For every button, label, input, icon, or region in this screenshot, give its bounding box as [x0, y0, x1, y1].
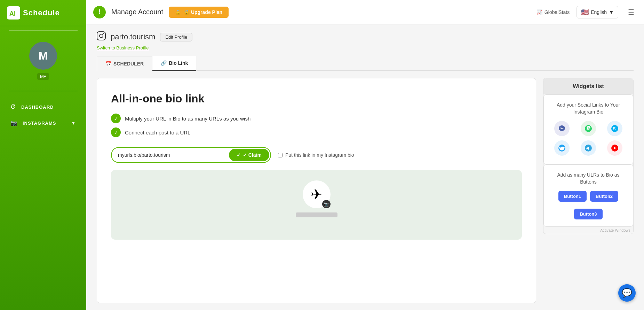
social-icons-grid: S	[551, 121, 626, 156]
logo-icon: Ai	[7, 6, 20, 20]
camera-badge-icon[interactable]: 📷	[322, 200, 331, 208]
sidebar: Ai Schedule M M▾ ⏱ DASHBOARD 📷 INSTAGRAM…	[0, 0, 86, 310]
flag-icon: 🇺🇸	[581, 8, 589, 16]
tab-scheduler[interactable]: 📅 SCHEDULER	[97, 56, 152, 71]
sidebar-item-label: DASHBOARD	[21, 104, 54, 110]
instagram-logo-icon	[97, 31, 106, 42]
logo-text: Schedule	[23, 8, 60, 17]
svg-rect-1	[97, 32, 105, 40]
widget-url-buttons-card: Add as many ULRs to Bio as Buttons Butto…	[543, 164, 633, 227]
profile-handle: parto.tourism	[111, 32, 155, 41]
claim-check-icon: ✓	[237, 152, 241, 158]
chat-bubble-button[interactable]: 💬	[618, 284, 636, 302]
check-icon-1: ✓	[111, 114, 121, 123]
hamburger-menu-button[interactable]: ☰	[625, 7, 637, 18]
switch-to-business-link[interactable]: Switch to Business Profile	[97, 45, 634, 51]
skype-icon[interactable]: S	[607, 121, 622, 136]
topbar-right: 📈 GlobalStats 🇺🇸 English ▼ ☰	[536, 6, 637, 18]
chat-icon: 💬	[622, 288, 632, 298]
sidebar-item-label: INSTAGRAMS	[23, 121, 56, 126]
whatsapp-icon[interactable]	[581, 121, 596, 136]
widget-button-3[interactable]: Button3	[574, 209, 602, 219]
svg-text:Ai: Ai	[9, 10, 16, 17]
bio-feature-2: ✓ Connect each post to a URL	[111, 127, 522, 137]
sidebar-item-dashboard[interactable]: ⏱ DASHBOARD	[0, 99, 86, 115]
lock-icon: 🔒	[175, 9, 181, 15]
telegram-icon[interactable]	[581, 140, 596, 156]
widgets-list-block: Widgets list Add your Social Links to Yo…	[543, 78, 634, 234]
chevron-down-icon: ▼	[609, 9, 614, 15]
sidebar-nav: ⏱ DASHBOARD 📷 INSTAGRAMS ▼	[0, 99, 86, 131]
preview-name-placeholder	[296, 212, 337, 217]
instagram-bio-checkbox[interactable]	[278, 153, 283, 157]
instagram-icon: 📷	[10, 120, 18, 126]
bio-main-title: All-in-one bio link	[111, 92, 522, 105]
widget-button-1[interactable]: Button1	[558, 191, 587, 202]
topbar: ! Manage Account 🔒 🔒 Upgrade Plan 📈 Glob…	[86, 0, 644, 24]
info-icon: !	[98, 8, 101, 16]
widget-social-links-title: Add your Social Links to Your Instagram …	[551, 102, 626, 115]
widgets-sidebar: Widgets list Add your Social Links to Yo…	[543, 78, 634, 303]
activate-windows-bar: Activate Windows	[543, 227, 633, 234]
manage-account-title: Manage Account	[111, 8, 163, 16]
edit-profile-button[interactable]: Edit Profile	[160, 33, 192, 41]
youtube-icon[interactable]	[607, 140, 622, 156]
scheduler-icon: 📅	[105, 61, 111, 67]
main-area: ! Manage Account 🔒 🔒 Upgrade Plan 📈 Glob…	[86, 0, 644, 310]
upgrade-plan-button[interactable]: 🔒 🔒 Upgrade Plan	[169, 7, 229, 18]
sidebar-divider-2	[9, 91, 78, 91]
language-selector[interactable]: 🇺🇸 English ▼	[577, 6, 618, 18]
tab-bio-link[interactable]: 🔗 Bio Link	[152, 56, 196, 71]
dashboard-icon: ⏱	[10, 104, 16, 110]
chart-icon: 📈	[536, 9, 542, 15]
sidebar-divider	[9, 30, 78, 31]
messenger-icon[interactable]	[554, 121, 570, 136]
chevron-down-icon: ▼	[71, 121, 76, 126]
avatar: M	[29, 42, 57, 70]
svg-text:S: S	[613, 126, 616, 131]
widgets-list-header: Widgets list	[543, 78, 633, 94]
content-area: parto.tourism Edit Profile Switch to Bus…	[86, 24, 644, 310]
bio-preview-card: ✈ 📷	[111, 170, 522, 240]
preview-avatar: ✈ 📷	[303, 180, 331, 208]
sidebar-item-instagrams[interactable]: 📷 INSTAGRAMS ▼	[0, 115, 86, 131]
bio-content: All-in-one bio link ✓ Multiply your URL …	[97, 71, 634, 303]
twitter-icon[interactable]	[554, 140, 570, 156]
info-button[interactable]: !	[93, 6, 106, 18]
bio-checkbox-row: Put this link in my Instagram bio	[278, 152, 354, 158]
svg-point-2	[100, 34, 103, 38]
bio-main-panel: All-in-one bio link ✓ Multiply your URL …	[97, 78, 536, 303]
svg-point-3	[103, 33, 104, 34]
bio-feature-1: ✓ Multiply your URL in Bio to as many UR…	[111, 114, 522, 123]
tabs: 📅 SCHEDULER 🔗 Bio Link	[97, 56, 634, 71]
claim-button[interactable]: ✓ ✓ Claim	[229, 149, 269, 161]
bio-url-row: ✓ ✓ Claim Put this link in my Instagram …	[111, 147, 522, 163]
link-icon: 🔗	[161, 60, 167, 66]
lang-label: English	[591, 9, 607, 15]
widget-button-2[interactable]: Button2	[590, 191, 618, 202]
instagram-bio-label: Put this link in my Instagram bio	[285, 152, 354, 158]
widget-social-links-card: Add your Social Links to Your Instagram …	[543, 94, 633, 164]
widget-buttons-row: Button1 Button2	[551, 191, 626, 202]
preview-avatar-image: ✈	[311, 186, 323, 202]
check-icon-2: ✓	[111, 127, 121, 137]
widget-url-buttons-title: Add as many ULRs to Bio as Buttons	[551, 172, 626, 185]
globalstats-link[interactable]: 📈 GlobalStats	[536, 9, 570, 15]
profile-header: parto.tourism Edit Profile	[97, 31, 634, 42]
sidebar-username[interactable]: M▾	[37, 73, 49, 80]
sidebar-logo: Ai Schedule	[0, 0, 86, 26]
bio-url-input-wrap: ✓ ✓ Claim	[111, 147, 271, 163]
bio-url-input[interactable]	[112, 149, 228, 161]
